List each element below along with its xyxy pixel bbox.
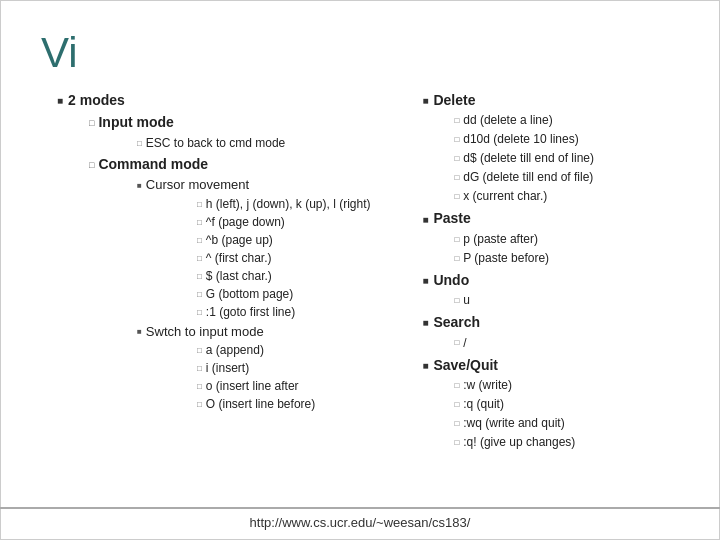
list-item: 2 modes Input mode ESC to back to cmd mo… <box>41 89 386 413</box>
list-item: ^b (page up) <box>137 231 386 249</box>
list-item: $ (last char.) <box>137 267 386 285</box>
list-item: P (paste before) <box>422 249 689 267</box>
list-item: :1 (goto first line) <box>137 303 386 321</box>
paste-list: p (paste after) P (paste before) <box>422 230 689 267</box>
cursor-list: h (left), j (down), k (up), l (right) ^f… <box>137 195 386 321</box>
input-mode-label: Input mode <box>89 114 174 130</box>
list-item: :w (write) <box>422 376 689 394</box>
switch-input-label: Swtch to input mode <box>137 324 264 339</box>
list-item: d10d (delete 10 lines) <box>422 130 689 148</box>
search-label: Search <box>422 314 480 330</box>
list-item: Save/Quit :w (write) :q (quit) :wq (writ… <box>406 354 689 451</box>
esc-label: ESC to back to cmd mode <box>137 136 285 150</box>
page-title: Vi <box>41 29 689 77</box>
command-mode-list: Cursor movement h (left), j (down), k (u… <box>89 175 386 413</box>
list-item: Cursor movement h (left), j (down), k (u… <box>89 175 386 321</box>
command-mode-label: Command mode <box>89 156 208 172</box>
list-item: p (paste after) <box>422 230 689 248</box>
list-item: ^ (first char.) <box>137 249 386 267</box>
list-item: Input mode ESC to back to cmd mode <box>57 111 386 151</box>
list-item: o (insert line after <box>137 377 386 395</box>
list-item: a (append) <box>137 341 386 359</box>
list-item: ^f (page down) <box>137 213 386 231</box>
content-area: 2 modes Input mode ESC to back to cmd mo… <box>31 89 689 499</box>
list-item: i (insert) <box>137 359 386 377</box>
delete-label: Delete <box>422 92 475 108</box>
undo-list: u <box>422 291 689 309</box>
list-item: :q! (give up changes) <box>422 433 689 451</box>
list-item: d$ (delete till end of line) <box>422 149 689 167</box>
search-list: / <box>422 334 689 352</box>
list-item: dd (delete a line) <box>422 111 689 129</box>
undo-label: Undo <box>422 272 469 288</box>
list-item: / <box>422 334 689 352</box>
input-mode-list: ESC to back to cmd mode <box>89 134 386 152</box>
list-item: x (current char.) <box>422 187 689 205</box>
savequit-label: Save/Quit <box>422 357 498 373</box>
list-item: Swtch to input mode a (append) i (insert… <box>89 322 386 414</box>
list-item: Undo u <box>406 269 689 309</box>
list-item: u <box>422 291 689 309</box>
list-item: Command mode Cursor movement h (left), j… <box>57 153 386 413</box>
list-item: O (insert line before) <box>137 395 386 413</box>
list-item: :wq (write and quit) <box>422 414 689 432</box>
list-item: dG (delete till end of file) <box>422 168 689 186</box>
list-item: h (left), j (down), k (up), l (right) <box>137 195 386 213</box>
cursor-movement-label: Cursor movement <box>137 177 249 192</box>
paste-label: Paste <box>422 210 470 226</box>
footer-url: http://www.cs.ucr.edu/~weesan/cs183/ <box>0 507 720 530</box>
right-column: Delete dd (delete a line) d10d (delete 1… <box>386 89 689 499</box>
list-item: Delete dd (delete a line) d10d (delete 1… <box>406 89 689 205</box>
right-main-list: Delete dd (delete a line) d10d (delete 1… <box>406 89 689 451</box>
delete-list: dd (delete a line) d10d (delete 10 lines… <box>422 111 689 205</box>
list-item: Search / <box>406 311 689 351</box>
list-item: ESC to back to cmd mode <box>89 134 386 152</box>
modes-label: 2 modes <box>57 92 125 108</box>
list-item: :q (quit) <box>422 395 689 413</box>
list-item: Paste p (paste after) P (paste before) <box>406 207 689 266</box>
modes-list: Input mode ESC to back to cmd mode Comma… <box>57 111 386 413</box>
switch-list: a (append) i (insert) o (insert line aft… <box>137 341 386 413</box>
left-column: 2 modes Input mode ESC to back to cmd mo… <box>31 89 386 499</box>
main-list: 2 modes Input mode ESC to back to cmd mo… <box>41 89 386 413</box>
savequit-list: :w (write) :q (quit) :wq (write and quit… <box>422 376 689 451</box>
list-item: G (bottom page) <box>137 285 386 303</box>
slide: Vi 2 modes Input mode ESC to back to cmd… <box>0 0 720 540</box>
